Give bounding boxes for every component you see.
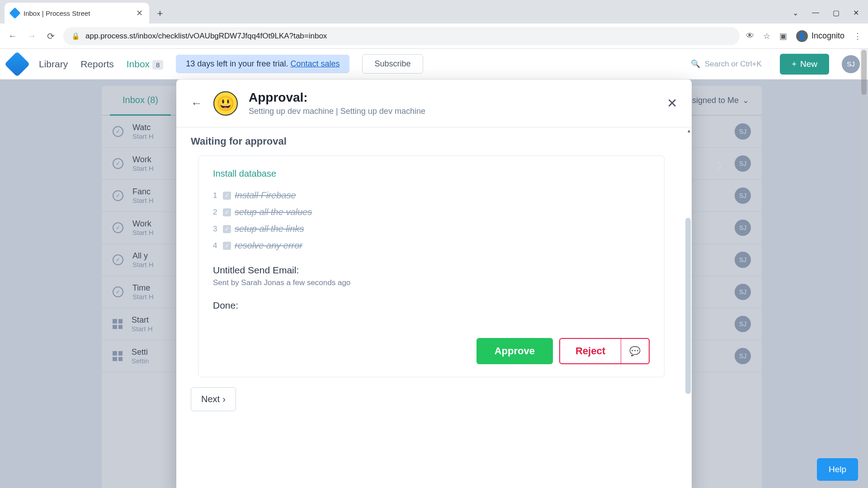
approval-actions: Approve Reject 💬	[213, 329, 650, 364]
checkbox-checked-icon[interactable]: ✓	[223, 192, 231, 200]
incognito-icon: 👤	[796, 30, 808, 42]
nav-inbox[interactable]: Inbox 8	[127, 59, 164, 70]
smiley-emoji-icon: 😃	[213, 91, 238, 116]
forward-button[interactable]: →	[25, 30, 38, 42]
browser-tab-strip: Inbox | Process Street ✕ + ⌄ — ▢ ✕	[0, 0, 868, 23]
email-section-title: Untitled Send Email:	[213, 265, 650, 276]
checklist-number: 1	[213, 191, 219, 200]
inbox-count-badge: 8	[152, 60, 163, 70]
modal-body: Waiting for approval Install database 1✓…	[176, 127, 692, 488]
window-controls: ⌄ — ▢ ✕	[793, 9, 868, 23]
checklist-number: 3	[213, 225, 219, 234]
browser-toolbar: ← → ⟳ 🔒 app.process.st/inbox/checklist/v…	[0, 23, 868, 49]
checklist-item: 1✓Install Firebase	[213, 187, 650, 204]
contact-sales-link[interactable]: Contact sales	[290, 59, 340, 68]
next-label: Next	[201, 394, 220, 404]
checklist-number: 2	[213, 208, 219, 217]
new-tab-button[interactable]: +	[154, 7, 166, 20]
close-tab-icon[interactable]: ✕	[136, 8, 143, 18]
scroll-up-arrow-icon[interactable]: ▴	[688, 127, 690, 134]
checklist-label: setup all the values	[235, 207, 312, 217]
checklist-number: 4	[213, 241, 219, 250]
close-modal-icon[interactable]: ✕	[667, 96, 677, 111]
address-bar[interactable]: 🔒 app.process.st/inbox/checklist/vOAUbgR…	[63, 27, 740, 45]
checklist-item: 4✓resolve any error	[213, 237, 650, 254]
tab-title: Inbox | Process Street	[24, 9, 132, 17]
modal-subtitle: Setting up dev machine | Setting up dev …	[249, 107, 656, 116]
search-placeholder: Search or Ctrl+K	[705, 60, 762, 69]
checkbox-checked-icon[interactable]: ✓	[223, 208, 231, 216]
minimize-icon[interactable]: —	[812, 9, 819, 17]
search-input[interactable]: 🔍 Search or Ctrl+K	[685, 59, 767, 69]
help-button[interactable]: Help	[817, 458, 858, 481]
browser-tab[interactable]: Inbox | Process Street ✕	[5, 3, 149, 23]
user-avatar[interactable]: SJ	[842, 55, 860, 73]
done-label: Done:	[213, 300, 650, 311]
app-logo[interactable]	[5, 51, 30, 77]
approve-button[interactable]: Approve	[476, 338, 553, 364]
bookmark-star-icon[interactable]: ☆	[763, 31, 770, 41]
reload-button[interactable]: ⟳	[44, 30, 57, 42]
modal-overlay: ← 😃 Approval: Setting up dev machine | S…	[0, 80, 868, 488]
reject-button[interactable]: Reject	[559, 338, 621, 364]
back-arrow-icon[interactable]: ←	[191, 96, 203, 110]
install-database-link[interactable]: Install database	[213, 169, 650, 179]
maximize-icon[interactable]: ▢	[833, 9, 840, 17]
nav-reports[interactable]: Reports	[80, 59, 114, 70]
new-button[interactable]: + New	[780, 54, 829, 75]
trial-text: 13 days left in your free trial.	[186, 59, 288, 68]
modal-title: Approval:	[249, 90, 656, 105]
checkbox-checked-icon[interactable]: ✓	[223, 242, 231, 250]
approval-modal: ← 😃 Approval: Setting up dev machine | S…	[176, 80, 692, 488]
waiting-for-approval-label: Waiting for approval	[176, 136, 692, 155]
checklist-label: resolve any error	[235, 240, 302, 251]
url-text: app.process.st/inbox/checklist/vOAUbgRDW…	[85, 32, 731, 41]
email-sent-by: Sent by Sarah Jonas a few seconds ago	[213, 278, 650, 287]
checklist: 1✓Install Firebase2✓setup all the values…	[213, 187, 650, 254]
nav-library[interactable]: Library	[39, 59, 68, 70]
plus-icon: +	[792, 59, 797, 69]
extensions-icon[interactable]: ▣	[779, 31, 787, 41]
chevron-down-icon[interactable]: ⌄	[793, 9, 798, 17]
favicon	[9, 7, 20, 19]
close-window-icon[interactable]: ✕	[853, 9, 859, 17]
reject-button-group: Reject 💬	[559, 338, 650, 364]
new-button-label: New	[800, 59, 817, 69]
checkbox-checked-icon[interactable]: ✓	[223, 225, 231, 233]
incognito-label: Incognito	[811, 31, 844, 41]
app-header: Library Reports Inbox 8 13 days left in …	[0, 49, 868, 80]
next-item-arrow-icon[interactable]: ›	[716, 152, 722, 176]
nav-inbox-label: Inbox	[127, 59, 150, 69]
incognito-indicator[interactable]: 👤 Incognito	[796, 30, 844, 42]
reject-comment-button[interactable]: 💬	[621, 338, 650, 364]
next-button[interactable]: Next ›	[191, 387, 236, 411]
approval-card: Install database 1✓Install Firebase2✓set…	[198, 155, 665, 377]
trial-banner: 13 days left in your free trial. Contact…	[176, 55, 349, 73]
lock-icon: 🔒	[71, 32, 80, 40]
chevron-right-icon: ›	[222, 394, 226, 404]
subscribe-button[interactable]: Subscribe	[362, 54, 423, 74]
modal-header: ← 😃 Approval: Setting up dev machine | S…	[176, 80, 692, 127]
search-icon: 🔍	[691, 59, 700, 69]
toolbar-right-icons: 👁 ☆ ▣ 👤 Incognito ⋮	[746, 30, 862, 42]
modal-scroll-thumb[interactable]	[685, 218, 691, 394]
checklist-item: 2✓setup all the values	[213, 204, 650, 221]
checklist-label: Install Firebase	[235, 190, 296, 201]
modal-scrollbar[interactable]: ▴ ▾	[684, 127, 692, 488]
comment-icon: 💬	[629, 346, 641, 356]
checklist-item: 3✓setup all the links	[213, 221, 650, 237]
checklist-label: setup all the links	[235, 224, 304, 234]
eye-off-icon[interactable]: 👁	[746, 31, 754, 41]
back-button[interactable]: ←	[6, 30, 19, 42]
kebab-menu-icon[interactable]: ⋮	[854, 31, 862, 41]
